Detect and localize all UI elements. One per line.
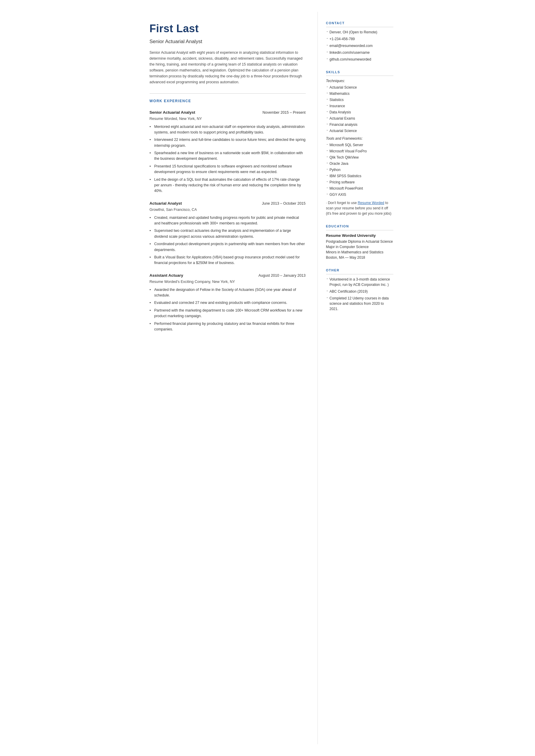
contact-section: CONTACT Denver, OH (Open to Remote) +1-2… xyxy=(326,21,393,62)
resume-page: First Last Senior Actuarial Analyst Seni… xyxy=(135,0,401,756)
job-title-2: Actuarial Analyst xyxy=(150,200,182,206)
job-dates-2: June 2013 – October 2015 xyxy=(262,201,305,206)
edu-location-date: Boston, MA — May 2018 xyxy=(326,255,393,260)
edu-degree: Postgraduate Diploma in Actuarial Scienc… xyxy=(326,239,393,244)
job-company-3: Resume Worded's Exciting Company, New Yo… xyxy=(150,279,306,285)
edu-major: Major in Computer Science xyxy=(326,244,393,250)
tool-2: Qlik Tech QlikView xyxy=(326,155,393,160)
education-heading: EDUCATION xyxy=(326,224,393,230)
job-dates-3: August 2010 – January 2013 xyxy=(259,273,306,279)
techniques-label: Techniques: xyxy=(326,78,393,83)
bullet-2-1: Created, maintained and updated funding … xyxy=(150,215,306,227)
contact-heading: CONTACT xyxy=(326,21,393,27)
edu-minors: Minors in Mathematics and Statistics xyxy=(326,250,393,255)
tools-list: Microsoft SQL Server Microsoft Visual Fo… xyxy=(326,142,393,197)
tool-3: Oracle Java xyxy=(326,161,393,166)
bullet-1-5: Led the design of a SQL tool that automa… xyxy=(150,177,306,194)
job-block-1: Senior Actuarial Analyst November 2015 –… xyxy=(150,109,306,194)
edu-block: Resume Worded University Postgraduate Di… xyxy=(326,233,393,260)
bullet-3-2: Evaluated and corrected 27 new and exist… xyxy=(150,300,306,306)
bullet-2-4: Built a Visual Basic for Applications (V… xyxy=(150,255,306,266)
contact-item-0: Denver, OH (Open to Remote) xyxy=(326,30,393,35)
techniques-list: Actuarial Science Mathematics Statistics… xyxy=(326,85,393,134)
tools-label: Tools and Frameworks: xyxy=(326,136,393,141)
job-dates-1: November 2015 – Present xyxy=(263,110,306,115)
bullet-3-3: Partnered with the marketing department … xyxy=(150,308,306,319)
job-bullets-1: Mentored eight actuarial and non-actuari… xyxy=(150,124,306,194)
job-company-1: Resume Worded, New York, NY xyxy=(150,116,306,122)
full-name: First Last xyxy=(150,21,306,37)
technique-0: Actuarial Science xyxy=(326,85,393,90)
bullet-1-1: Mentored eight actuarial and non-actuari… xyxy=(150,124,306,136)
contact-item-3: linkedin.com/in/username xyxy=(326,50,393,55)
technique-2: Statistics xyxy=(326,97,393,103)
other-list: Volunteered in a 3-month data science Pr… xyxy=(326,277,393,312)
contact-item-1: +1-234-456-789 xyxy=(326,36,393,42)
bullet-2-2: Supervised two contract actuaries during… xyxy=(150,228,306,239)
other-section: OTHER Volunteered in a 3-month data scie… xyxy=(326,268,393,312)
job-block-3: Assistant Actuary August 2010 – January … xyxy=(150,273,306,333)
bullet-1-3: Spearheaded a new line of business on a … xyxy=(150,150,306,162)
technique-6: Financial analysis xyxy=(326,122,393,127)
job-title-3: Assistant Actuary xyxy=(150,273,183,279)
contact-list: Denver, OH (Open to Remote) +1-234-456-7… xyxy=(326,30,393,62)
other-item-1: ABC Certification (2019) xyxy=(326,289,393,294)
other-item-0: Volunteered in a 3-month data science Pr… xyxy=(326,277,393,287)
tool-7: Microsoft PowerPoint xyxy=(326,186,393,191)
resume-worded-link[interactable]: Resume Worded xyxy=(358,201,384,205)
job-title: Senior Actuarial Analyst xyxy=(150,38,306,45)
job-header-3: Assistant Actuary August 2010 – January … xyxy=(150,273,306,279)
tool-8: GGY AXIS xyxy=(326,192,393,197)
tool-1: Microsoft Visual FoxPro xyxy=(326,149,393,154)
technique-5: Actuarial Exams xyxy=(326,116,393,121)
tool-6: Pricing software xyxy=(326,180,393,185)
technique-4: Data Analysis xyxy=(326,109,393,115)
job-header-1: Senior Actuarial Analyst November 2015 –… xyxy=(150,109,306,115)
other-heading: OTHER xyxy=(326,268,393,274)
tool-5: IBM SPSS Statistics xyxy=(326,173,393,179)
job-bullets-3: Awarded the designation of Fellow in the… xyxy=(150,287,306,333)
edu-school: Resume Worded University xyxy=(326,233,393,239)
right-column: CONTACT Denver, OH (Open to Remote) +1-2… xyxy=(318,12,401,744)
bullet-1-2: Interviewed 22 interns and full-time can… xyxy=(150,137,306,149)
other-item-2: Completed 12 Udemy courses in data scien… xyxy=(326,296,393,312)
contact-item-2: email@resumeworded.com xyxy=(326,43,393,48)
job-header-2: Actuarial Analyst June 2013 – October 20… xyxy=(150,200,306,206)
summary-text: Senior Actuarial Analyst with eight year… xyxy=(150,49,306,85)
technique-7: Actuarial Science xyxy=(326,128,393,134)
job-title-1: Senior Actuarial Analyst xyxy=(150,109,195,115)
note-prefix: · Don't forget to use xyxy=(326,201,358,205)
job-block-2: Actuarial Analyst June 2013 – October 20… xyxy=(150,200,306,266)
skills-heading: SKILLS xyxy=(326,70,393,76)
resume-worded-note: · Don't forget to use Resume Worded to s… xyxy=(326,200,393,216)
divider-work xyxy=(150,93,306,94)
bullet-2-3: Coordinated product development projects… xyxy=(150,241,306,253)
job-bullets-2: Created, maintained and updated funding … xyxy=(150,215,306,266)
education-section: EDUCATION Resume Worded University Postg… xyxy=(326,224,393,260)
tool-4: Python xyxy=(326,167,393,172)
left-column: First Last Senior Actuarial Analyst Seni… xyxy=(135,12,318,744)
tool-0: Microsoft SQL Server xyxy=(326,142,393,148)
technique-3: Insurance xyxy=(326,103,393,109)
bullet-3-1: Awarded the designation of Fellow in the… xyxy=(150,287,306,299)
contact-item-4: github.com/resumeworded xyxy=(326,57,393,62)
job-company-2: Growthsi, San Francisco, CA xyxy=(150,207,306,213)
bullet-3-4: Performed financial planning by producin… xyxy=(150,321,306,333)
work-experience-heading: WORK EXPERIENCE xyxy=(150,98,306,105)
technique-1: Mathematics xyxy=(326,91,393,96)
skills-section: SKILLS Techniques: Actuarial Science Mat… xyxy=(326,70,393,217)
bullet-1-4: Presented 15 functional specifications t… xyxy=(150,164,306,175)
